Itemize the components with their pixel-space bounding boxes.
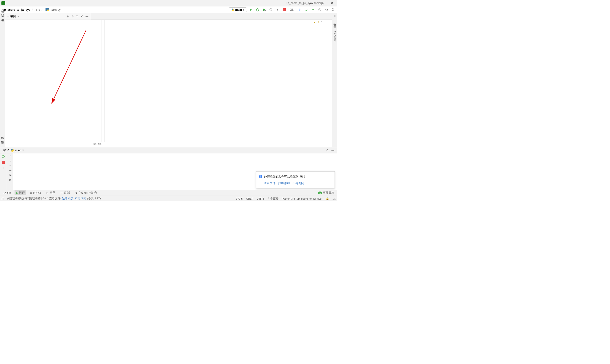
run-config-selector[interactable]: main ▾ <box>229 7 247 12</box>
notif-link-never[interactable]: 不再询问 <box>293 181 304 186</box>
project-panel: ▭ 项目 ▾ ⊕ ≑ ⇅ ✿ — <box>5 13 91 147</box>
todo-tool-button[interactable]: ≡TODO <box>29 191 42 195</box>
right-tool-strip: ≡ 数据库 ▦ SciView <box>332 13 337 147</box>
chevron-right-icon: 〉 <box>31 8 35 12</box>
inspection-badge[interactable]: ▲ 3 ˄ ˅ <box>313 21 325 24</box>
code-breadcrumb[interactable]: un_file() <box>91 142 332 147</box>
status-message: 外部添加的文件可以添加到 Git // 查看文件 始终添加 不再询问 (今天 9… <box>7 197 101 200</box>
commit-tool-button[interactable]: 提交 <box>1 18 4 20</box>
pause-button[interactable]: ⏸ <box>1 166 5 170</box>
expand-all-button[interactable]: ≑ <box>70 14 75 19</box>
locate-button[interactable]: ⊕ <box>65 14 70 19</box>
chevron-down-icon: ▾ <box>17 15 19 18</box>
console-output[interactable]: i 外部添加的文件可以添加到 Git 查看文件 始终添加 不再询问 <box>13 153 337 190</box>
notif-link-always[interactable]: 始终添加 <box>278 181 290 186</box>
notif-link-view[interactable]: 查看文件 <box>264 181 275 186</box>
git-history-button[interactable] <box>317 7 322 13</box>
titlebar: up_score_to_jw_sys - tools.py — ☐ ✕ <box>0 0 337 6</box>
settings-button[interactable]: ✿ <box>80 14 85 19</box>
svg-rect-1 <box>47 10 49 11</box>
run-actions-2: ↑ ↓ ⤶ ⇥ 🖶 🗑 <box>7 153 13 190</box>
breadcrumb-file[interactable]: tools.py <box>45 8 62 12</box>
close-button[interactable]: ✕ <box>327 0 337 6</box>
sciview-icon[interactable]: ▦ <box>333 24 336 28</box>
chevron-down-icon: ▾ <box>243 8 244 12</box>
run-coverage-button[interactable] <box>262 7 267 13</box>
profile-button[interactable] <box>268 7 273 13</box>
favorites-tool-button[interactable]: 收藏 <box>1 145 4 147</box>
editor-tabs <box>91 13 332 20</box>
database-tool-button[interactable]: 数据库 <box>333 20 337 22</box>
debug-button[interactable] <box>255 7 260 13</box>
encoding[interactable]: UTF-8 <box>257 197 264 200</box>
play-icon: ▶ <box>16 191 18 195</box>
interpreter[interactable]: Python 3.8 (up_score_to_jw_sys) <box>282 197 322 200</box>
run-hide-button[interactable]: — <box>330 149 336 152</box>
bottom-tool-strip: ⎇Git ▶运行 ≡TODO ⊘问题 ▢终端 ❖Python 控制台 1 事件日… <box>0 190 337 195</box>
event-badge: 1 <box>318 192 322 194</box>
stop-button[interactable] <box>282 7 287 13</box>
status-square-icon[interactable]: ▢ <box>1 197 4 200</box>
close-icon[interactable]: × <box>21 149 24 152</box>
clear-button[interactable]: 🗑 <box>9 178 12 182</box>
notification-title: 外部添加的文件可以添加到 Git <box>264 174 305 179</box>
git-branch-status[interactable]: ⎇ <box>332 197 336 200</box>
stop-button[interactable] <box>1 160 5 164</box>
status-bar: ▢ 外部添加的文件可以添加到 Git // 查看文件 始终添加 不再询问 (今天… <box>0 195 337 201</box>
svg-point-4 <box>256 9 259 11</box>
git-push-button[interactable] <box>311 7 316 13</box>
run-button[interactable] <box>248 7 254 13</box>
print-button[interactable]: 🖶 <box>9 173 12 177</box>
problems-tool-button[interactable]: ⊘问题 <box>45 190 57 195</box>
terminal-tool-button[interactable]: ▢终端 <box>59 190 71 195</box>
info-icon: i <box>259 175 263 178</box>
app-icon <box>1 1 5 5</box>
chevron-up-icon: ˄ <box>321 21 322 24</box>
line-separator[interactable]: CRLF <box>246 197 253 200</box>
git-commit-button[interactable] <box>304 7 309 13</box>
pr-tool-button[interactable]: 拉取请求 <box>1 23 4 25</box>
structure-tool-button[interactable]: 结构 <box>1 141 4 143</box>
svg-rect-13 <box>2 161 5 164</box>
event-log-button[interactable]: 1 事件日志 <box>317 190 336 195</box>
project-tool-button[interactable]: 项目 <box>1 14 4 16</box>
chevron-right-icon: 〉 <box>41 8 45 12</box>
run-config-name[interactable]: main <box>15 149 21 152</box>
project-tree[interactable] <box>5 20 91 147</box>
line-gutter[interactable] <box>91 20 102 142</box>
project-panel-title[interactable]: 项目 <box>9 14 17 18</box>
sciview-tool-button[interactable]: SciView <box>333 30 337 42</box>
list-icon: ≡ <box>30 191 32 195</box>
database-icon[interactable]: ≡ <box>334 14 336 18</box>
run-settings-button[interactable]: ✿ <box>325 149 330 152</box>
git-rollback-button[interactable] <box>324 7 329 13</box>
python-icon <box>231 8 234 11</box>
python-console-tool-button[interactable]: ❖Python 控制台 <box>74 190 98 195</box>
git-update-button[interactable] <box>297 7 302 13</box>
up-button[interactable]: ↑ <box>10 154 11 158</box>
python-file-icon <box>46 8 49 11</box>
rerun-button[interactable] <box>1 154 5 159</box>
more-run-button[interactable]: ▾ <box>275 7 280 13</box>
chevron-down-icon: ˅ <box>323 21 325 24</box>
warning-icon: ▲ <box>313 21 316 24</box>
window-title: up_score_to_jw_sys - tools.py <box>284 1 327 5</box>
editor: ▲ 3 ˄ ˅ un_file() <box>91 13 332 147</box>
git-tool-button[interactable]: ⎇Git <box>1 191 12 195</box>
hide-button[interactable]: — <box>85 14 89 19</box>
caret-position[interactable]: 177:5 <box>236 197 243 200</box>
collapse-all-button[interactable]: ⇅ <box>75 14 80 19</box>
code-area[interactable] <box>104 20 332 142</box>
search-button[interactable] <box>330 7 336 13</box>
run-tool-button[interactable]: ▶运行 <box>14 190 26 195</box>
indent[interactable]: 4 个空格 <box>268 197 279 200</box>
breadcrumb-folder[interactable]: src <box>35 8 41 12</box>
breadcrumb-root[interactable]: up_score_to_jw_sys <box>1 8 31 12</box>
soft-wrap-button[interactable]: ⤶ <box>9 164 12 167</box>
down-button[interactable]: ↓ <box>10 159 11 162</box>
scroll-end-button[interactable]: ⇥ <box>9 169 12 172</box>
fold-strip[interactable] <box>102 20 104 142</box>
lock-icon[interactable]: 🔓 <box>326 197 329 200</box>
svg-point-9 <box>332 9 334 11</box>
branch-icon: ⎇ <box>3 191 6 195</box>
